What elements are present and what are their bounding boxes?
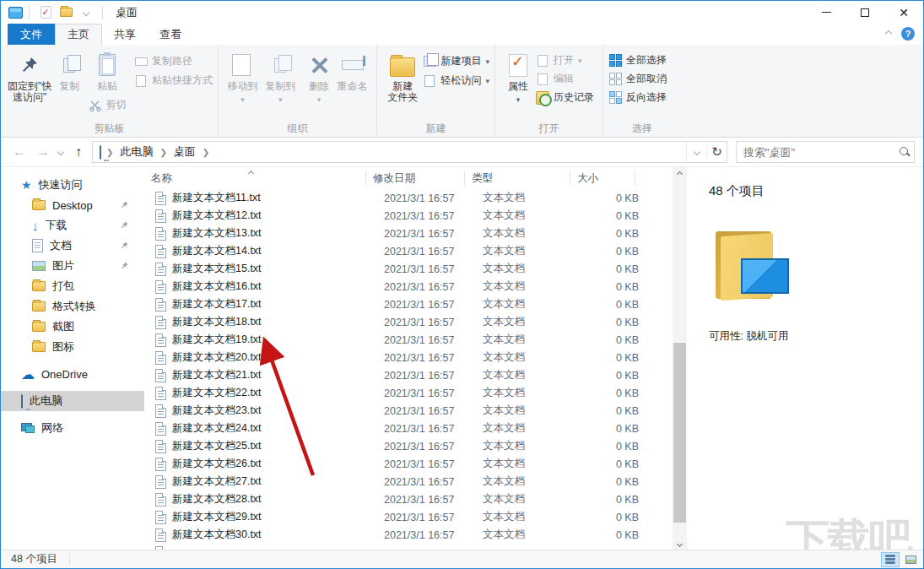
monitor-overlay-icon bbox=[741, 258, 789, 294]
qat-customize-dropdown[interactable] bbox=[78, 5, 94, 20]
invert-selection-button[interactable]: 反向选择 bbox=[608, 90, 667, 105]
file-row[interactable]: 新建文本文档16.txt 2021/3/1 16:57 文本文档 0 KB bbox=[144, 278, 673, 295]
open-icon bbox=[536, 54, 549, 68]
pin-to-quick-access-button[interactable]: 固定到"快速访问" bbox=[6, 49, 53, 123]
column-header-date[interactable]: 修改日期 bbox=[366, 171, 465, 186]
file-date: 2021/3/1 16:57 bbox=[377, 228, 476, 240]
forward-button[interactable]: → bbox=[33, 144, 53, 160]
sidebar-item-desktop[interactable]: Desktop bbox=[1, 195, 144, 215]
sidebar-item-documents[interactable]: 文档 bbox=[1, 236, 144, 256]
sidebar-folder-item[interactable]: 图标 bbox=[1, 337, 144, 357]
sidebar-item-network[interactable]: 网络 bbox=[1, 418, 144, 438]
copy-path-button[interactable]: 复制路径 bbox=[134, 54, 213, 68]
column-header-name[interactable]: 名称 bbox=[144, 171, 366, 186]
scrollbar-thumb[interactable] bbox=[673, 343, 686, 523]
select-all-button[interactable]: 全部选择 bbox=[608, 53, 667, 68]
file-row[interactable]: 新建文本文档24.txt 2021/3/1 16:57 文本文档 0 KB bbox=[144, 420, 673, 437]
window-title: 桌面 bbox=[116, 5, 138, 20]
copy-to-icon bbox=[267, 51, 294, 79]
maximize-button[interactable] bbox=[846, 1, 884, 24]
tab-file[interactable]: 文件 bbox=[8, 24, 55, 45]
file-row[interactable]: 新建文本文档18.txt 2021/3/1 16:57 文本文档 0 KB bbox=[144, 313, 673, 331]
file-row[interactable]: 新建文本文档12.txt 2021/3/1 16:57 文本文档 0 KB bbox=[144, 207, 673, 225]
tab-share[interactable]: 共享 bbox=[102, 24, 148, 45]
paste-button[interactable]: 粘贴 bbox=[85, 49, 129, 92]
file-row[interactable]: 新建文本文档19.txt 2021/3/1 16:57 文本文档 0 KB bbox=[144, 331, 673, 349]
file-row[interactable]: 新建文本文档20.txt 2021/3/1 16:57 文本文档 0 KB bbox=[144, 349, 673, 366]
file-row[interactable]: 新建文本文档22.txt 2021/3/1 16:57 文本文档 0 KB bbox=[144, 384, 673, 402]
file-row[interactable]: 新建文本文档27.txt 2021/3/1 16:57 文本文档 0 KB bbox=[144, 473, 673, 490]
vertical-scrollbar[interactable] bbox=[673, 167, 687, 551]
file-row[interactable]: 新建文本文档14.txt 2021/3/1 16:57 文本文档 0 KB bbox=[144, 242, 673, 260]
easy-access-button[interactable]: 轻松访问▾ bbox=[423, 73, 489, 88]
breadcrumb-box[interactable]: ❯ 此电脑 ❯ 桌面 ❯ ↻ bbox=[92, 141, 727, 163]
file-row[interactable]: 新建文本文档25.txt 2021/3/1 16:57 文本文档 0 KB bbox=[144, 437, 673, 455]
sidebar-item-downloads[interactable]: ↓ 下载 bbox=[1, 215, 144, 236]
properties-button[interactable]: 属性▾ bbox=[500, 49, 536, 123]
text-file-icon bbox=[155, 528, 166, 542]
help-icon[interactable]: ? bbox=[901, 27, 915, 41]
sidebar-folder-item[interactable]: 打包 bbox=[1, 276, 144, 296]
sidebar-item-this-pc[interactable]: 此电脑 bbox=[1, 391, 144, 411]
tab-home[interactable]: 主页 bbox=[55, 24, 102, 45]
qat-newfolder-button[interactable] bbox=[58, 5, 73, 20]
column-header-type[interactable]: 类型 bbox=[465, 171, 570, 186]
sidebar-item-pictures[interactable]: 图片 bbox=[1, 256, 144, 276]
new-folder-button[interactable]: 新建文件夹 bbox=[382, 49, 423, 123]
breadcrumb-desktop[interactable]: 桌面 bbox=[167, 144, 203, 160]
breadcrumb-this-pc[interactable]: 此电脑 bbox=[113, 144, 159, 160]
file-row[interactable]: 新建文本文档28.txt 2021/3/1 16:57 文本文档 0 KB bbox=[144, 490, 673, 508]
sidebar-item-quick-access[interactable]: ★ 快速访问 bbox=[1, 175, 144, 195]
file-row[interactable]: 新建文本文档17.txt 2021/3/1 16:57 文本文档 0 KB bbox=[144, 295, 673, 313]
open-button[interactable]: 打开▾ bbox=[536, 53, 594, 68]
file-row[interactable]: 新建文本文档30.txt 2021/3/1 16:57 文本文档 0 KB bbox=[144, 526, 673, 544]
edit-icon bbox=[536, 73, 549, 86]
file-row[interactable]: 新建文本文档26.txt 2021/3/1 16:57 文本文档 0 KB bbox=[144, 455, 673, 473]
thumbnails-view-button[interactable] bbox=[901, 552, 920, 567]
group-label-open: 打开 bbox=[495, 122, 602, 136]
file-type: 文本文档 bbox=[476, 528, 581, 542]
history-button[interactable]: 历史记录 bbox=[536, 90, 594, 105]
rename-button[interactable]: 重命名 bbox=[333, 49, 371, 123]
file-row[interactable]: 新建文本文档13.txt 2021/3/1 16:57 文本文档 0 KB bbox=[144, 225, 673, 242]
edit-button[interactable]: 编辑 bbox=[536, 72, 594, 86]
select-none-button[interactable]: 全部取消 bbox=[608, 72, 667, 86]
recent-locations-icon[interactable] bbox=[57, 149, 64, 155]
back-button[interactable]: ← bbox=[9, 144, 30, 160]
tab-view[interactable]: 查看 bbox=[148, 24, 193, 45]
file-date: 2021/3/1 16:57 bbox=[377, 441, 476, 452]
search-input[interactable] bbox=[737, 146, 899, 159]
refresh-button[interactable]: ↻ bbox=[706, 142, 727, 162]
column-header-size[interactable]: 大小 bbox=[570, 171, 635, 186]
up-button[interactable]: ↑ bbox=[68, 144, 89, 160]
file-name: 新建文本文档16.txt bbox=[172, 279, 377, 294]
sidebar-folder-item[interactable]: 格式转换 bbox=[1, 296, 144, 317]
address-dropdown-button[interactable] bbox=[686, 142, 706, 162]
qat-properties-button[interactable]: ✓ bbox=[38, 5, 53, 20]
file-row[interactable]: 新建文本文档11.txt 2021/3/1 16:57 文本文档 0 KB bbox=[144, 189, 673, 207]
cut-button[interactable]: 剪切 bbox=[89, 98, 127, 112]
copy-to-button[interactable]: 复制到▾ bbox=[262, 49, 300, 123]
sidebar-folder-item[interactable]: 截图 bbox=[1, 317, 144, 337]
move-to-button[interactable]: ← 移动到▾ bbox=[224, 49, 262, 123]
new-item-button[interactable]: 新建项目▾ bbox=[423, 54, 489, 68]
details-view-button[interactable] bbox=[881, 552, 900, 567]
paste-shortcut-button[interactable]: 粘贴快捷方式 bbox=[134, 73, 213, 88]
divider bbox=[69, 554, 70, 566]
minimize-button[interactable] bbox=[807, 1, 846, 24]
copy-button[interactable]: 复制 bbox=[53, 49, 85, 123]
file-row[interactable]: 新建文本文档29.txt 2021/3/1 16:57 文本文档 0 KB bbox=[144, 508, 673, 526]
file-name: 新建文本文档17.txt bbox=[172, 297, 377, 312]
delete-button[interactable]: 删除▾ bbox=[305, 49, 333, 123]
scroll-up-arrow[interactable] bbox=[673, 167, 687, 182]
search-box[interactable] bbox=[736, 141, 915, 163]
file-row[interactable]: 新建文本文档15.txt 2021/3/1 16:57 文本文档 0 KB bbox=[144, 260, 673, 278]
file-date: 2021/3/1 16:57 bbox=[377, 423, 476, 435]
file-row[interactable]: 新建文本文档23.txt 2021/3/1 16:57 文本文档 0 KB bbox=[144, 402, 673, 420]
collapse-ribbon-icon[interactable] bbox=[885, 30, 892, 37]
close-button[interactable]: ✕ bbox=[884, 1, 923, 24]
ribbon-group-organize: ← 移动到▾ 复制到▾ 删除▾ 重命名 组织 bbox=[219, 45, 377, 137]
file-row[interactable]: 新建文本文档21.txt 2021/3/1 16:57 文本文档 0 KB bbox=[144, 366, 673, 384]
sidebar-item-onedrive[interactable]: ☁ OneDrive bbox=[1, 364, 144, 384]
file-date: 2021/3/1 16:57 bbox=[377, 334, 476, 346]
